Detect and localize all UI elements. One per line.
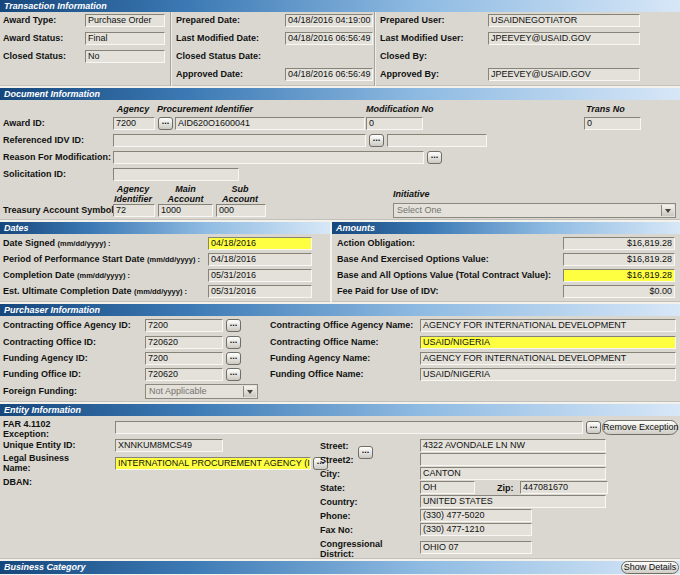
award-id-agency-field[interactable]: 7200 xyxy=(113,117,155,130)
est-ultimate-completion-date-field[interactable]: 05/31/2016 xyxy=(208,285,312,298)
transaction-section: Award Type: Purchase Order Prepared Date… xyxy=(0,12,680,86)
date-signed-field[interactable]: 04/18/2016 xyxy=(208,237,312,250)
funding-agency-name-field[interactable]: AGENCY FOR INTERNATIONAL DEVELOPMENT xyxy=(420,352,676,365)
treasury-account-symbol-label: Treasury Account Symbol: xyxy=(3,204,117,217)
last-modified-user-label: Last Modified User: xyxy=(380,32,464,45)
award-id-label: Award ID: xyxy=(3,117,45,130)
remove-exception-button[interactable]: Remove Exception xyxy=(602,420,678,435)
street-field[interactable]: 4322 AVONDALE LN NW xyxy=(420,439,606,452)
award-id-agency-lookup-button[interactable]: ... xyxy=(158,117,173,130)
show-details-button[interactable]: Show Details xyxy=(621,561,679,574)
reason-for-modification-lookup-button[interactable]: ... xyxy=(427,151,442,164)
prepared-user-field[interactable]: USAIDNEGOTIATOR xyxy=(488,14,640,27)
unique-entity-id-field[interactable]: XNNKUM8MCS49 xyxy=(115,439,223,452)
last-modified-user-field[interactable]: JPEEVEY@USAID.GOV xyxy=(488,32,640,45)
funding-agency-id-label: Funding Agency ID: xyxy=(3,352,88,365)
legal-business-name-label-line2: Name: xyxy=(3,463,69,473)
entity-section: FAR 4.1102 Exception: ... Remove Excepti… xyxy=(0,416,680,559)
far-exception-lookup-button[interactable]: ... xyxy=(586,421,601,434)
address-lookup-button[interactable]: ... xyxy=(358,446,373,459)
initiative-column-header: Initiative xyxy=(393,189,430,199)
contracting-office-id-label: Contracting Office ID: xyxy=(3,336,96,349)
base-and-all-options-value-field[interactable]: $16,819.28 xyxy=(563,269,675,282)
funding-agency-id-field[interactable]: 7200 xyxy=(145,352,223,365)
contracting-office-agency-id-lookup-button[interactable]: ... xyxy=(226,319,241,332)
approved-date-label: Approved Date: xyxy=(176,68,243,81)
modification-no-column-header: Modification No xyxy=(366,104,434,114)
funding-agency-id-lookup-button[interactable]: ... xyxy=(226,352,241,365)
action-obligation-field[interactable]: $16,819.28 xyxy=(563,237,675,250)
action-obligation-label: Action Obligation: xyxy=(337,237,415,250)
initiative-dropdown[interactable]: Select One xyxy=(393,203,676,218)
fpds-award-form: Transaction Information Award Type: Purc… xyxy=(0,0,680,575)
column-divider xyxy=(374,12,376,86)
contracting-office-name-field[interactable]: USAID/NIGERIA xyxy=(420,336,676,349)
award-status-field[interactable]: Final xyxy=(85,32,165,45)
contracting-office-id-field[interactable]: 720620 xyxy=(145,336,223,349)
street2-field[interactable] xyxy=(420,453,606,466)
congressional-district-field[interactable]: OHIO 07 xyxy=(420,541,532,554)
contracting-office-agency-id-field[interactable]: 7200 xyxy=(145,319,223,332)
zip-field[interactable]: 447081670 xyxy=(520,481,608,494)
approved-by-label: Approved By: xyxy=(380,68,439,81)
closed-status-label: Closed Status: xyxy=(3,50,66,63)
fax-no-field[interactable]: (330) 477-1210 xyxy=(420,523,532,536)
contracting-office-agency-name-field[interactable]: AGENCY FOR INTERNATIONAL DEVELOPMENT xyxy=(420,319,676,332)
approved-by-field[interactable]: JPEEVEY@USAID.GOV xyxy=(488,68,640,81)
state-field[interactable]: OH xyxy=(420,481,475,494)
completion-date-format-hint: (mm/dd/yyyy) : xyxy=(77,271,130,280)
country-field[interactable]: UNITED STATES xyxy=(420,495,606,508)
sub-account-line1: Sub xyxy=(214,184,266,194)
tas-agency-field[interactable]: 72 xyxy=(113,204,155,217)
funding-office-id-label: Funding Office ID: xyxy=(3,368,81,381)
legal-business-name-label-line1: Legal Business xyxy=(3,453,69,463)
referenced-idv-id-lookup-button[interactable]: ... xyxy=(369,134,384,147)
contracting-office-id-lookup-button[interactable]: ... xyxy=(226,336,241,349)
base-and-exercised-options-value-field[interactable]: $16,819.28 xyxy=(563,253,675,266)
award-id-trans-no-field[interactable]: 0 xyxy=(584,117,641,130)
award-id-piid-field[interactable]: AID620O1600041 xyxy=(175,117,365,130)
far-exception-label: FAR 4.1102 Exception: xyxy=(3,419,51,439)
far-exception-field[interactable] xyxy=(115,421,583,434)
date-signed-label: Date Signed (mm/dd/yyyy) : xyxy=(3,237,110,250)
funding-office-name-field[interactable]: USAID/NIGERIA xyxy=(420,368,676,381)
last-modified-date-field[interactable]: 04/18/2016 06:56:49 xyxy=(285,32,373,45)
closed-status-field[interactable]: No xyxy=(85,50,165,63)
legal-business-name-field[interactable]: INTERNATIONAL PROCUREMENT AGENCY (I xyxy=(115,457,311,470)
award-type-field[interactable]: Purchase Order xyxy=(85,14,165,27)
award-id-modification-no-field[interactable]: 0 xyxy=(366,117,423,130)
referenced-idv-id-mod-field[interactable] xyxy=(387,134,487,147)
transaction-section-header: Transaction Information xyxy=(0,0,680,12)
est-ultimate-completion-date-label: Est. Ultimate Completion Date (mm/dd/yyy… xyxy=(3,285,187,298)
city-field[interactable]: CANTON xyxy=(420,467,606,480)
street-label: Street: xyxy=(320,440,349,453)
amounts-section: Action Obligation: $16,819.28 Base And E… xyxy=(332,234,680,302)
document-section-title: Document Information xyxy=(4,89,100,99)
procurement-identifier-column-header: Procurement Identifier xyxy=(157,104,253,114)
funding-office-id-field[interactable]: 720620 xyxy=(145,368,223,381)
funding-office-name-label: Funding Office Name: xyxy=(270,368,364,381)
fee-paid-for-use-of-idv-field[interactable]: $0.00 xyxy=(563,285,675,298)
date-signed-label-text: Date Signed xyxy=(3,238,55,248)
purchaser-section: Contracting Office Agency ID: 7200 ... C… xyxy=(0,316,680,402)
tas-sub-account-field[interactable]: 000 xyxy=(216,204,266,217)
contracting-office-agency-id-label: Contracting Office Agency ID: xyxy=(3,319,131,332)
prepared-date-field[interactable]: 04/18/2016 04:19:00 xyxy=(285,14,373,27)
dates-section-title: Dates xyxy=(4,223,29,233)
fax-no-label: Fax No: xyxy=(320,524,353,537)
approved-date-field[interactable]: 04/18/2016 06:56:49 xyxy=(285,68,373,81)
solicitation-id-field[interactable] xyxy=(113,168,239,181)
reason-for-modification-field[interactable] xyxy=(113,151,424,164)
legal-business-name-label: Legal Business Name: xyxy=(3,453,69,473)
tas-main-account-field[interactable]: 1000 xyxy=(158,204,213,217)
referenced-idv-id-field[interactable] xyxy=(113,134,366,147)
completion-date-field[interactable]: 05/31/2016 xyxy=(208,269,312,282)
closed-status-date-label: Closed Status Date: xyxy=(176,50,261,63)
city-label: City: xyxy=(320,468,340,481)
foreign-funding-dropdown[interactable]: Not Applicable xyxy=(145,384,258,399)
purchaser-section-header: Purchaser Information xyxy=(0,304,680,316)
funding-office-id-lookup-button[interactable]: ... xyxy=(226,368,241,381)
main-account-line2: Account xyxy=(158,194,213,204)
phone-field[interactable]: (330) 477-5020 xyxy=(420,509,532,522)
pop-start-date-field[interactable]: 04/18/2016 xyxy=(208,253,312,266)
